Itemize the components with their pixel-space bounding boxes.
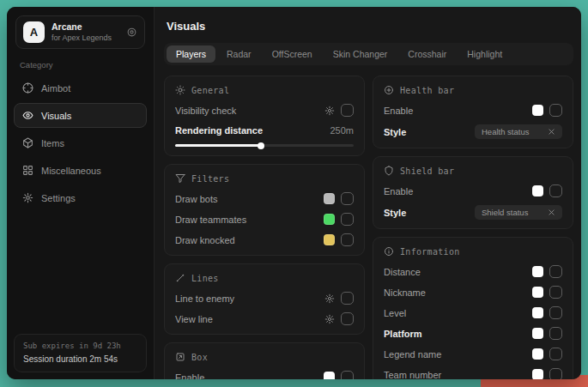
view-line-checkbox[interactable] [341, 312, 354, 325]
row-label: Platform [384, 329, 422, 339]
card-header: General [175, 85, 354, 95]
card-title: Lines [191, 274, 219, 283]
target-icon[interactable] [126, 27, 137, 38]
card-header: Box [175, 352, 354, 362]
row-label: Enable [384, 186, 413, 197]
card-header: Shield bar [384, 166, 562, 176]
distance-color-swatch[interactable] [532, 266, 543, 277]
draw-knocked-color-swatch[interactable] [324, 234, 335, 245]
enable-checkbox[interactable] [341, 371, 354, 379]
clear-icon[interactable] [548, 209, 555, 216]
card-title: Box [191, 353, 208, 362]
draw-teammates-checkbox[interactable] [341, 213, 354, 226]
enable-color-swatch[interactable] [532, 105, 543, 116]
eye-icon [22, 110, 33, 121]
draw-bots-checkbox[interactable] [341, 192, 354, 205]
row-style: StyleHealth status [384, 124, 562, 139]
line-icon [175, 273, 185, 283]
row-label: Visibility check [175, 106, 236, 116]
row-enable: Enable [384, 184, 562, 197]
sidebar-item-settings[interactable]: Settings [14, 185, 147, 210]
draw-knocked-checkbox[interactable] [341, 233, 354, 246]
row-team-number: Team number [384, 368, 562, 379]
level-checkbox[interactable] [549, 306, 562, 319]
sidebar-item-label: Aimbot [41, 83, 70, 94]
visibility-check-checkbox[interactable] [341, 104, 354, 117]
distance-checkbox[interactable] [549, 265, 562, 278]
legend-name-color-swatch[interactable] [532, 348, 543, 360]
row-label: View line [175, 314, 213, 324]
app-subtitle: for Apex Legends [52, 33, 119, 44]
row-label: Rendering distance [175, 125, 263, 136]
sidebar-nav: AimbotVisualsItemsMiscellaneousSettings [14, 76, 147, 210]
sun-icon [175, 85, 185, 95]
style-select[interactable]: Shield status [475, 205, 562, 220]
draw-bots-color-swatch[interactable] [324, 193, 335, 204]
level-color-swatch[interactable] [532, 307, 543, 318]
platform-color-swatch[interactable] [532, 328, 543, 339]
line-to-enemy-checkbox[interactable] [341, 292, 354, 305]
rendering-distance-slider[interactable] [175, 144, 354, 147]
enable-color-swatch[interactable] [324, 372, 335, 379]
gear-icon[interactable] [324, 314, 335, 324]
style-select[interactable]: Health status [475, 124, 562, 139]
left-column: GeneralVisibility checkRendering distanc… [164, 76, 365, 379]
card-health-bar: Health barEnableStyleHealth status [373, 76, 573, 148]
platform-checkbox[interactable] [549, 327, 562, 340]
tab-skin-changer[interactable]: Skin Changer [324, 45, 397, 63]
draw-teammates-color-swatch[interactable] [324, 214, 335, 225]
sidebar-item-miscellaneous[interactable]: Miscellaneous [14, 158, 147, 183]
row-draw-knocked: Draw knocked [175, 233, 354, 246]
slider-thumb[interactable] [258, 142, 264, 149]
app-logo: A [23, 21, 45, 43]
gear-icon[interactable] [324, 293, 335, 304]
category-label: Category [20, 60, 141, 70]
select-value: Health status [482, 127, 529, 136]
row-label: Enable [175, 372, 204, 380]
card-lines: LinesLine to enemyView line [164, 263, 365, 335]
crosshair-icon [22, 82, 33, 94]
row-label: Enable [384, 106, 413, 116]
row-label: Distance [384, 267, 421, 277]
tab-offscreen[interactable]: OffScreen [263, 45, 322, 63]
row-legend-name: Legend name [384, 348, 562, 360]
row-label: Legend name [384, 349, 441, 360]
nickname-checkbox[interactable] [549, 286, 562, 299]
tab-highlight[interactable]: Highlight [458, 45, 512, 63]
app-name: Arcane [52, 21, 119, 33]
enable-checkbox[interactable] [549, 104, 562, 117]
card-general: GeneralVisibility checkRendering distanc… [164, 76, 365, 156]
funnel-icon [175, 173, 185, 184]
sidebar-item-items[interactable]: Items [14, 130, 147, 155]
enable-checkbox[interactable] [549, 184, 562, 197]
legend-name-checkbox[interactable] [549, 348, 562, 360]
card-header: Lines [175, 273, 354, 283]
sidebar-item-label: Items [41, 138, 64, 148]
clear-icon[interactable] [548, 128, 555, 136]
row-label: Line to enemy [175, 293, 234, 304]
row-view-line: View line [175, 312, 354, 325]
main-content: Visuals PlayersRadarOffScreenSkin Change… [155, 7, 581, 379]
row-enable: Enable [175, 371, 354, 379]
sidebar: A Arcane for Apex Legends Category Aimbo… [7, 7, 155, 379]
sidebar-item-visuals[interactable]: Visuals [14, 103, 147, 128]
nickname-color-swatch[interactable] [532, 287, 543, 298]
enable-color-swatch[interactable] [532, 185, 543, 197]
row-level: Level [384, 306, 562, 319]
row-line-to-enemy: Line to enemy [175, 292, 354, 305]
card-title: General [191, 86, 229, 95]
gear-icon[interactable] [324, 106, 335, 116]
app-meta: Arcane for Apex Legends [52, 21, 119, 43]
tab-crosshair[interactable]: Crosshair [398, 45, 456, 63]
team-number-color-swatch[interactable] [532, 369, 543, 379]
row-label: Style [384, 208, 406, 218]
desktop-background: A Arcane for Apex Legends Category Aimbo… [0, 0, 588, 387]
row-label: Draw knocked [175, 235, 235, 245]
info-icon [384, 246, 394, 257]
tab-players[interactable]: Players [167, 45, 215, 63]
sidebar-item-aimbot[interactable]: Aimbot [14, 76, 147, 100]
row-label: Team number [384, 370, 441, 380]
tab-radar[interactable]: Radar [217, 45, 261, 63]
row-label: Nickname [384, 287, 426, 298]
team-number-checkbox[interactable] [549, 368, 562, 379]
